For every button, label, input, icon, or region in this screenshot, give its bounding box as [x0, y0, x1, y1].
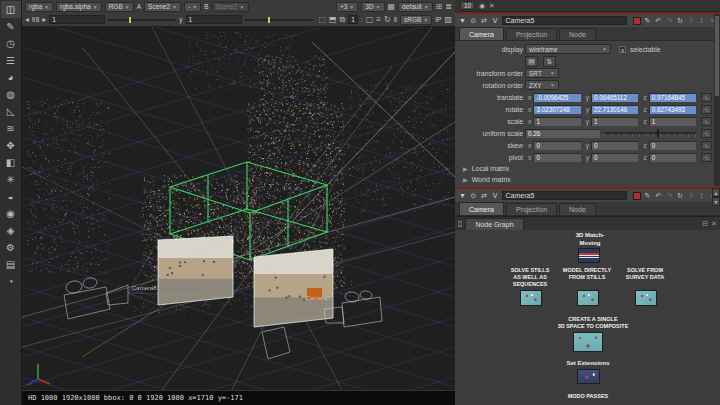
input-process-label[interactable]: IP	[435, 16, 441, 23]
deep-icon[interactable]: ◒	[1, 188, 21, 205]
redo-icon[interactable]: ↷	[665, 192, 674, 200]
filter-icon[interactable]: ◍	[1, 86, 21, 103]
scroll-up-icon[interactable]: ▲	[712, 188, 720, 197]
3d-viewport[interactable]	[22, 27, 455, 390]
close-pane-icon[interactable]: ✕	[711, 220, 717, 228]
uniform-scale-animation-button[interactable]: ∿	[701, 129, 712, 138]
node-thumbnail-model-directly[interactable]	[577, 290, 599, 306]
gamma-input[interactable]: 1	[186, 15, 242, 24]
content-menu-icon[interactable]: ▯	[458, 219, 462, 228]
scale-y-field[interactable]: 1	[591, 117, 638, 126]
pause-icon[interactable]: ‖	[394, 15, 397, 25]
translate-y-field[interactable]: 0.06465112	[591, 93, 638, 102]
node-thumbnail-matchmoving[interactable]	[578, 248, 600, 263]
collapse-icon[interactable]: ▼	[458, 192, 467, 199]
3d-icon[interactable]: ◧	[1, 154, 21, 171]
rotate-x-field[interactable]: 3.02307248	[533, 105, 580, 114]
node-name-field[interactable]: Camera5	[502, 16, 627, 25]
pivot-z-field[interactable]: 0	[649, 153, 696, 162]
views-icon[interactable]: ◉	[1, 205, 21, 222]
gamma-slider[interactable]	[245, 19, 313, 21]
node-graph-canvas[interactable]: 3D Match- Moving SOLVE STILLS AS WELL AS…	[455, 230, 720, 405]
slider-thumb[interactable]	[657, 129, 659, 137]
channel-display-dropdown[interactable]: RGB▼	[105, 2, 134, 12]
tab-camera[interactable]: Camera	[459, 27, 504, 40]
skew-z-field[interactable]: 0	[649, 141, 696, 150]
draw-icon[interactable]: ✎	[1, 18, 21, 35]
toolsets-icon[interactable]: ⚙	[1, 239, 21, 256]
help-icon[interactable]: ?	[686, 192, 695, 199]
view-mode-dropdown[interactable]: 3D▼	[361, 2, 384, 12]
proxy-icon[interactable]: ⬒	[329, 15, 337, 25]
scale-z-field[interactable]: 1	[649, 117, 696, 126]
gain-slider[interactable]	[108, 19, 176, 21]
layer-dropdown[interactable]: rgba▼	[25, 2, 53, 12]
tab-node-graph[interactable]: Node Graph	[465, 218, 523, 230]
skew-x-field[interactable]: 0	[533, 141, 580, 150]
channel-icon[interactable]: ☰	[1, 52, 21, 69]
selectable-checkbox[interactable]: x	[619, 46, 626, 53]
node-thumbnail-solve-survey[interactable]	[635, 290, 657, 306]
transform-order-dropdown[interactable]: SRT▼	[525, 68, 559, 78]
scrollbar-thumb[interactable]	[715, 16, 719, 96]
rotate-z-field[interactable]: 0.62743493	[649, 105, 696, 114]
monitor-icon[interactable]: ⧉	[340, 15, 346, 25]
float-panel-icon[interactable]: ⇄	[480, 17, 489, 25]
maximize-icon[interactable]: ↥	[697, 17, 706, 25]
gain-step-icon[interactable]: ▸	[42, 15, 46, 25]
node-color-swatch[interactable]	[633, 192, 641, 200]
checker-icon[interactable]: ▨	[444, 15, 452, 25]
merge-icon[interactable]: ≋	[1, 120, 21, 137]
clipping-icon[interactable]: ▢	[366, 15, 374, 25]
transform-icon[interactable]: ✥	[1, 137, 21, 154]
display-dropdown[interactable]: wireframe▼	[525, 44, 611, 54]
edit-expression-icon[interactable]: ✎	[643, 17, 652, 25]
viewer-colorspace-dropdown[interactable]: sRGB▼	[400, 15, 432, 25]
tab-node[interactable]: Node	[559, 28, 596, 40]
uniform-scale-field[interactable]: 0.26	[525, 129, 600, 138]
edit-expression-icon[interactable]: ✎	[643, 192, 652, 200]
float-window-icon[interactable]: ⊞	[436, 2, 443, 12]
rotate-y-field[interactable]: 22.7130146	[591, 105, 638, 114]
revert-icon[interactable]: ↻	[676, 17, 685, 25]
zoom-dropdown[interactable]: +3▼	[336, 2, 358, 12]
float-panel-icon[interactable]: ⇄	[480, 192, 489, 200]
pin-icon[interactable]: ◉	[479, 2, 485, 10]
tab-node[interactable]: Node	[559, 203, 596, 215]
node-thumbnail-solve-stills[interactable]	[520, 290, 542, 306]
undo-icon[interactable]: ↶	[654, 192, 663, 200]
undo-icon[interactable]: ↶	[654, 17, 663, 25]
world-matrix-row[interactable]: ▶ World matrix	[455, 174, 712, 185]
refresh-icon[interactable]: ↻	[384, 15, 391, 25]
translate-animation-button[interactable]: ∿	[701, 93, 712, 102]
local-matrix-row[interactable]: ▶ Local matrix	[455, 163, 712, 174]
collapse-icon[interactable]: ▼	[458, 17, 467, 24]
redo-icon[interactable]: ↷	[665, 17, 674, 25]
color-icon[interactable]: ◕	[1, 69, 21, 86]
metadata-icon[interactable]: ◈	[1, 222, 21, 239]
pivot-animation-button[interactable]: ∿	[701, 153, 712, 162]
node-color-swatch[interactable]	[633, 17, 641, 25]
other-icon[interactable]: ▤	[1, 256, 21, 273]
scroll-down-icon[interactable]: ▼	[712, 197, 720, 206]
time-icon[interactable]: ◷	[1, 35, 21, 52]
node-name-field[interactable]: Camera5	[502, 191, 627, 200]
skew-animation-button[interactable]: ∿	[701, 141, 712, 150]
tab-projection[interactable]: Projection	[506, 203, 557, 215]
maximize-icon[interactable]: ↥	[697, 192, 706, 200]
tab-projection[interactable]: Projection	[506, 28, 557, 40]
center-node-icon[interactable]: ⊙	[469, 17, 478, 25]
b-input-dropdown[interactable]: Scene2▼	[212, 2, 249, 12]
gain-toggle-icon[interactable]: ◂	[25, 15, 29, 25]
gain-input[interactable]: 1	[49, 15, 105, 24]
axis-icon-button[interactable]: ⇅	[543, 56, 556, 67]
node-thumbnail-set-extensions[interactable]	[577, 369, 600, 384]
keyer-icon[interactable]: ◺	[1, 103, 21, 120]
split-pane-icon[interactable]: ⊟	[702, 220, 708, 228]
stereo-icon[interactable]: ≡	[376, 15, 381, 25]
pivot-x-field[interactable]: 0	[533, 153, 580, 162]
alpha-dropdown[interactable]: rgba.alpha▼	[56, 2, 102, 12]
expand-arrow-icon[interactable]: ▶	[463, 176, 468, 183]
center-node-icon[interactable]: ⊙	[469, 192, 478, 200]
particles-icon[interactable]: ✳	[1, 171, 21, 188]
